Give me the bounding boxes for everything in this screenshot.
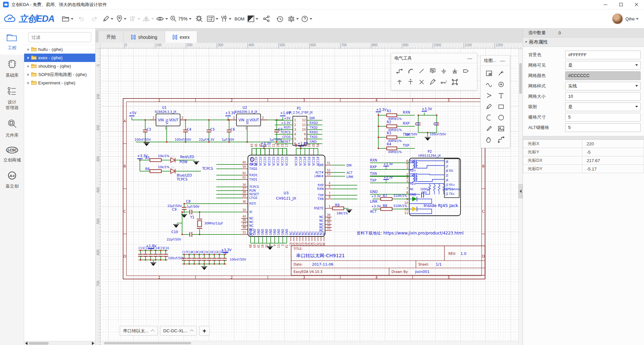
sidebar-item-基础库[interactable]: 基础库 bbox=[0, 55, 24, 82]
panel-collapse-handle[interactable] bbox=[518, 184, 523, 198]
svg-text:8: 8 bbox=[304, 137, 306, 141]
close-button[interactable] bbox=[629, 0, 644, 9]
rect-tool-icon[interactable] bbox=[495, 101, 506, 112]
avatar[interactable] bbox=[612, 13, 623, 24]
sidebar-item-设计管理器[interactable]: 设计管理器 bbox=[0, 82, 24, 115]
magic-wand-button[interactable] bbox=[194, 13, 205, 24]
add-sheet-button[interactable]: + bbox=[199, 326, 210, 336]
text-tool-icon[interactable] bbox=[495, 90, 506, 101]
tab-开始[interactable]: 开始 bbox=[99, 31, 123, 43]
pen-tool-icon[interactable] bbox=[427, 76, 438, 87]
scroll-thumb[interactable] bbox=[519, 63, 522, 94]
theme-button[interactable] bbox=[247, 13, 259, 24]
probe-tool-icon[interactable]: 1 bbox=[438, 76, 449, 87]
expand-caret-icon[interactable] bbox=[28, 65, 29, 68]
tree-item[interactable]: exex - (qihe) bbox=[24, 54, 95, 62]
filter-input[interactable] bbox=[28, 32, 91, 42]
svg-text:10k/1%: 10k/1% bbox=[158, 154, 169, 158]
property-input[interactable]: 5 bbox=[565, 113, 641, 122]
circleplus-tool-icon[interactable] bbox=[495, 79, 506, 90]
help-button[interactable] bbox=[301, 13, 312, 24]
tab-shoubing[interactable]: shoubing bbox=[123, 31, 165, 43]
netlabel-tool-icon[interactable] bbox=[427, 65, 438, 76]
tools-button[interactable] bbox=[220, 13, 232, 24]
tree-horizontal-scrollbar[interactable] bbox=[24, 341, 95, 345]
image-tool-icon[interactable] bbox=[495, 123, 506, 134]
tree-item[interactable]: shoubing - (qihe) bbox=[24, 62, 95, 70]
tree-item[interactable]: Experiment - (qihe) bbox=[24, 79, 95, 87]
pencil-tool-icon[interactable] bbox=[483, 101, 494, 112]
minimize-button[interactable] bbox=[598, 0, 613, 9]
tab-exex[interactable]: exex bbox=[165, 31, 198, 43]
sine-tool-icon[interactable] bbox=[483, 79, 494, 90]
elbow-tool-icon[interactable] bbox=[495, 134, 506, 145]
svg-text:RXN: RXN bbox=[370, 158, 377, 162]
expand-caret-icon[interactable] bbox=[28, 48, 29, 51]
expand-caret-icon[interactable] bbox=[28, 82, 29, 84]
ellipse-tool-icon[interactable] bbox=[495, 112, 506, 123]
arc-tool-icon[interactable] bbox=[483, 112, 494, 123]
zigzag-tool-icon[interactable] bbox=[495, 68, 506, 79]
line-tool-icon[interactable] bbox=[416, 65, 427, 76]
svg-text:GND: GND bbox=[273, 229, 276, 235]
sidebar-item-元件库[interactable]: 元件库 bbox=[0, 115, 24, 142]
property-input[interactable]: 5 bbox=[565, 123, 641, 132]
arrow-tool-icon[interactable] bbox=[483, 90, 494, 101]
property-input[interactable]: #CCCCCC bbox=[565, 71, 641, 80]
expand-caret-icon[interactable] bbox=[28, 73, 29, 76]
settings-gear-button[interactable] bbox=[287, 13, 299, 24]
property-select[interactable]: 实线 bbox=[565, 82, 641, 90]
sidebar-item-嘉立创[interactable]: JLC嘉立创 bbox=[0, 167, 24, 193]
redo-button[interactable] bbox=[89, 13, 100, 24]
netport-tool-icon[interactable] bbox=[460, 65, 471, 76]
bom-button[interactable]: BOM bbox=[234, 13, 245, 24]
group-tool-icon[interactable] bbox=[449, 76, 460, 87]
noconnect-tool-icon[interactable] bbox=[416, 76, 427, 87]
property-input[interactable]: #FFFFFF bbox=[565, 51, 641, 59]
sidebar-item-立创商城[interactable]: LCSC立创商城 bbox=[0, 142, 24, 167]
hand-tool-icon[interactable] bbox=[483, 134, 494, 145]
chevron-up-icon[interactable] bbox=[151, 330, 154, 332]
mirror-button[interactable] bbox=[143, 13, 154, 24]
file-button[interactable] bbox=[62, 13, 73, 24]
minimize-palette-button[interactable]: — bbox=[466, 56, 474, 61]
lceda-logo[interactable]: 立创EDA bbox=[4, 13, 54, 25]
scroll-right-icon[interactable] bbox=[92, 342, 94, 345]
brush-tool-icon[interactable] bbox=[483, 123, 494, 134]
tree-item[interactable]: SOP8应用电路图 - (qihe) bbox=[24, 70, 95, 79]
v5-tool-icon[interactable] bbox=[405, 76, 416, 87]
history-button[interactable] bbox=[274, 13, 285, 24]
scroll-left-icon[interactable] bbox=[25, 342, 28, 345]
zoom-button[interactable]: 75% bbox=[170, 13, 192, 24]
sidebar-item-工程[interactable]: 工程 bbox=[0, 28, 24, 55]
ruler-label: 0 bbox=[124, 43, 127, 49]
undo-button[interactable] bbox=[75, 13, 87, 24]
expand-caret-icon[interactable] bbox=[28, 57, 29, 59]
share-button[interactable] bbox=[261, 13, 272, 24]
form-settings-button[interactable] bbox=[207, 13, 218, 24]
property-select[interactable]: 是 bbox=[565, 61, 641, 70]
chevron-up-icon[interactable] bbox=[191, 330, 194, 332]
scroll-thumb[interactable] bbox=[104, 342, 191, 344]
property-input[interactable]: 10 bbox=[565, 92, 641, 101]
user-menu[interactable]: Qihe bbox=[612, 13, 639, 24]
align-button[interactable] bbox=[129, 13, 141, 24]
location-pin-button[interactable] bbox=[116, 13, 127, 24]
pencil-button[interactable] bbox=[102, 13, 114, 24]
gnd-tool-icon[interactable] bbox=[438, 65, 449, 76]
scroll-thumb[interactable] bbox=[29, 342, 49, 345]
sheet-tab[interactable]: 串口转以太... bbox=[120, 326, 158, 336]
property-select[interactable]: 是 bbox=[565, 102, 641, 111]
sheet-tab[interactable]: DC-DC-XL... bbox=[160, 326, 197, 336]
tree-item[interactable]: huifu - (qihe) bbox=[24, 45, 95, 54]
minimize-palette-button[interactable]: — bbox=[499, 58, 506, 63]
sheet-tool-icon[interactable] bbox=[483, 68, 494, 79]
earth-tool-icon[interactable] bbox=[449, 65, 460, 76]
canvas-properties-section[interactable]: 画布属性 bbox=[523, 38, 644, 47]
bus-tool-icon[interactable] bbox=[405, 65, 416, 76]
wire-tool-icon[interactable] bbox=[394, 65, 405, 76]
horizontal-scrollbar[interactable] bbox=[101, 341, 518, 345]
view-eye-button[interactable] bbox=[156, 13, 168, 24]
maximize-button[interactable] bbox=[613, 0, 629, 9]
vcc-tool-icon[interactable] bbox=[394, 76, 405, 87]
